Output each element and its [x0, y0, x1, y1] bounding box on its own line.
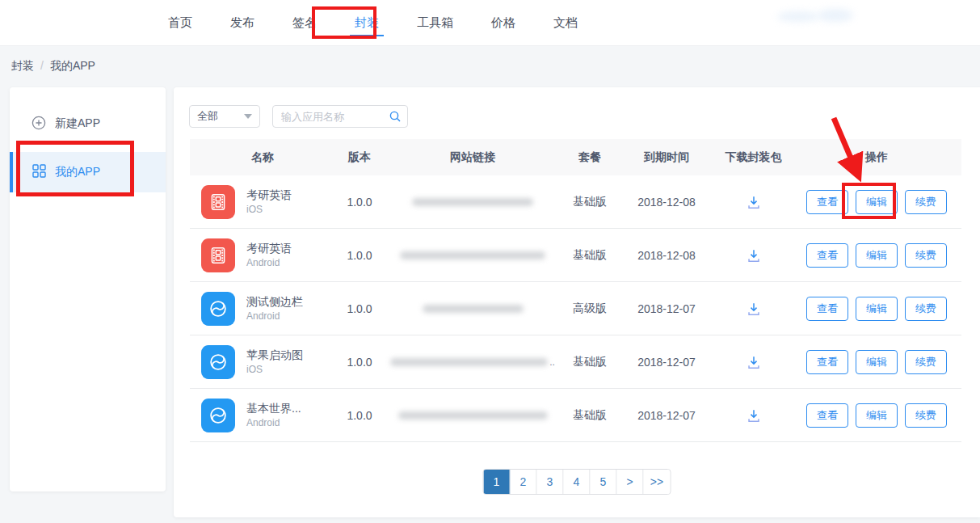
film-icon	[201, 185, 235, 219]
app-name: 基本世界...	[246, 401, 301, 416]
page-button-4[interactable]: 4	[564, 470, 591, 494]
app-expiry-date: 2018-12-08	[618, 249, 715, 262]
header-plan: 套餐	[562, 150, 618, 165]
sidebar-item-label: 我的APP	[55, 165, 100, 179]
app-plan: 基础版	[562, 195, 618, 209]
view-button[interactable]: 查看	[806, 403, 848, 428]
nav-item-toolbox[interactable]: 工具箱	[417, 0, 453, 45]
search-box	[272, 105, 408, 128]
breadcrumb-section[interactable]: 封装	[11, 59, 34, 74]
plus-circle-icon	[32, 116, 46, 133]
view-button[interactable]: 查看	[806, 350, 848, 374]
breadcrumb: 封装 / 我的APP	[11, 59, 95, 74]
header-website: 网站链接	[384, 150, 562, 165]
top-navbar: 首页 发布 签名 封装 工具箱 价格 文档	[0, 0, 980, 46]
app-platform: iOS	[246, 363, 303, 376]
table-row: 考研英语 Android 1.0.0 基础版 2018-12-08 查看 编辑	[190, 229, 961, 282]
app-platform: Android	[246, 310, 303, 323]
renew-button[interactable]: 续费	[905, 190, 947, 214]
app-plan: 基础版	[562, 355, 618, 369]
pagination: 1 2 3 4 5 > >>	[483, 469, 671, 495]
app-name: 苹果启动图	[246, 348, 303, 363]
page-button-5[interactable]: 5	[591, 470, 617, 494]
view-button[interactable]: 查看	[806, 190, 848, 214]
search-input[interactable]	[272, 105, 408, 128]
edit-button[interactable]: 编辑	[856, 190, 898, 214]
filter-row: 全部	[189, 105, 408, 128]
header-expires: 到期时间	[618, 150, 715, 165]
renew-button[interactable]: 续费	[905, 350, 947, 374]
sidebar-item-new-app[interactable]: 新建APP	[10, 108, 166, 139]
nav-item-sign[interactable]: 签名	[292, 0, 317, 45]
app-version: 1.0.0	[335, 409, 384, 422]
breadcrumb-separator: /	[40, 59, 44, 74]
app-plan: 基础版	[562, 248, 618, 263]
blurred-website-link	[398, 411, 548, 420]
renew-button[interactable]: 续费	[905, 403, 947, 428]
app-name: 测试侧边栏	[246, 294, 303, 310]
nav-item-publish[interactable]: 发布	[230, 0, 254, 45]
category-select[interactable]: 全部	[189, 105, 260, 128]
app-name: 考研英语	[246, 241, 292, 256]
blurred-website-link	[412, 198, 533, 206]
app-platform: Android	[246, 416, 301, 429]
app-expiry-date: 2018-12-07	[618, 302, 715, 315]
edit-button[interactable]: 编辑	[856, 350, 898, 374]
s-logo-icon	[201, 345, 235, 379]
sidebar: 新建APP 我的APP	[10, 87, 166, 491]
header-name: 名称	[190, 150, 335, 165]
blurred-website-link	[390, 358, 548, 366]
table-row: 考研英语 iOS 1.0.0 基础版 2018-12-08 查看 编辑 续费	[190, 175, 961, 229]
page-button-1[interactable]: 1	[484, 470, 511, 494]
table-row: 基本世界... Android 1.0.0 基础版 2018-12-07 查看 …	[190, 389, 961, 442]
nav-item-package[interactable]: 封装	[355, 0, 379, 45]
nav-item-home[interactable]: 首页	[168, 0, 192, 45]
caret-down-icon	[244, 114, 252, 119]
page-button-2[interactable]: 2	[511, 470, 537, 494]
last-page-button[interactable]: >>	[644, 470, 671, 494]
breadcrumb-current: 我的APP	[50, 59, 95, 74]
app-name: 考研英语	[246, 188, 292, 203]
renew-button[interactable]: 续费	[905, 243, 947, 268]
edit-button[interactable]: 编辑	[856, 403, 898, 428]
nav-item-docs[interactable]: 文档	[553, 0, 578, 45]
app-version: 1.0.0	[335, 302, 384, 315]
search-icon[interactable]	[389, 110, 402, 126]
download-icon[interactable]	[745, 193, 763, 211]
sidebar-item-label: 新建APP	[55, 116, 100, 131]
blurred-account-info	[818, 9, 853, 22]
table-header-row: 名称 版本 网站链接 套餐 到期时间 下载封装包 操作	[190, 139, 961, 175]
view-button[interactable]: 查看	[806, 243, 848, 268]
category-select-value: 全部	[197, 109, 218, 124]
download-icon[interactable]	[745, 407, 763, 424]
sidebar-item-my-app[interactable]: 我的APP	[10, 152, 166, 192]
header-download: 下载封装包	[715, 150, 792, 165]
next-page-button[interactable]: >	[617, 470, 644, 494]
app-platform: iOS	[246, 203, 292, 216]
header-actions: 操作	[792, 150, 961, 165]
app-plan: 基础版	[562, 408, 618, 423]
s-logo-icon	[201, 399, 235, 432]
page-button-3[interactable]: 3	[537, 470, 564, 494]
app-version: 1.0.0	[335, 356, 384, 369]
nav-item-price[interactable]: 价格	[491, 0, 515, 45]
view-button[interactable]: 查看	[806, 297, 848, 321]
download-icon[interactable]	[745, 353, 763, 371]
main-panel: 全部 名称 版本 网站链接 套餐 到期时间 下载封装包 操作	[174, 87, 980, 517]
download-icon[interactable]	[745, 247, 763, 264]
app-expiry-date: 2018-12-07	[618, 409, 715, 422]
nav-items: 首页 发布 签名 封装 工具箱 价格 文档	[168, 0, 578, 45]
table-row: 测试侧边栏 Android 1.0.0 高级版 2018-12-07 查看 编辑	[190, 282, 961, 335]
blurred-website-link	[423, 305, 524, 313]
header-version: 版本	[335, 150, 384, 165]
renew-button[interactable]: 续费	[905, 297, 947, 321]
download-icon[interactable]	[745, 300, 763, 318]
grid-icon	[32, 164, 46, 180]
table-row: 苹果启动图 iOS 1.0.0 .. 基础版 2018-12-07	[190, 335, 961, 389]
film-icon	[201, 238, 235, 272]
edit-button[interactable]: 编辑	[856, 243, 898, 268]
app-plan: 高级版	[562, 302, 618, 316]
app-expiry-date: 2018-12-07	[618, 356, 715, 369]
blurred-website-link	[400, 251, 545, 259]
edit-button[interactable]: 编辑	[856, 297, 898, 321]
